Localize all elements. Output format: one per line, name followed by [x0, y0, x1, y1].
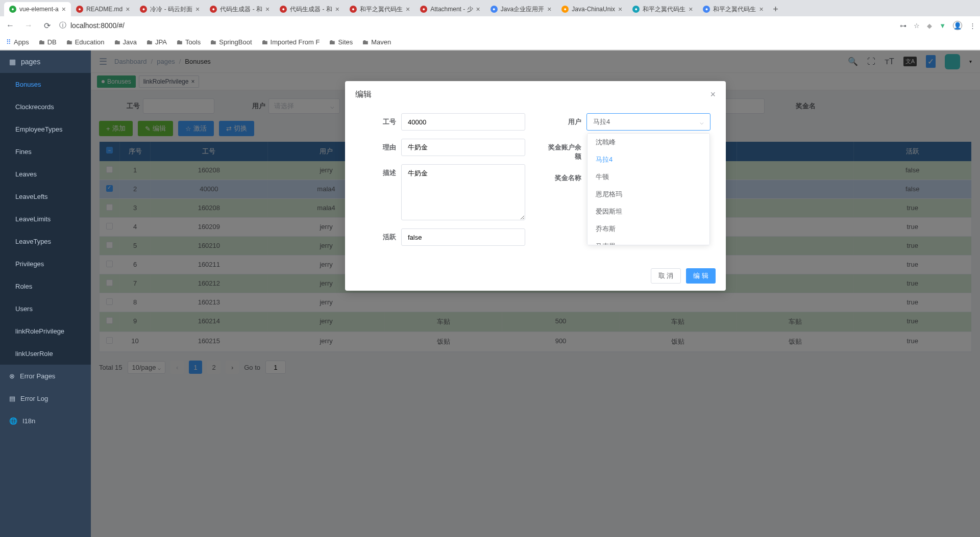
m-label-desc: 描述 [360, 164, 396, 177]
modal-overlay[interactable]: 编辑 × 工号 理由 描述 活跃 用户 马拉4 ⌵ [91, 50, 980, 537]
close-icon[interactable]: × [195, 5, 200, 13]
m-select-user[interactable]: 马拉4 ⌵ 沈戟峰马拉4牛顿恩尼格玛爱因斯坦乔布斯马克思 [586, 113, 710, 131]
browser-tab[interactable]: ●和平之翼代码生× [345, 2, 415, 16]
url-input[interactable]: ⓘ localhost:8000/#/ [59, 21, 894, 30]
bookmark-folder[interactable]: 🖿 JPA [146, 38, 167, 46]
bookmark-folder[interactable]: 🖿 SpringBoot [210, 38, 252, 46]
browser-tab[interactable]: ●vue-element-a× [4, 2, 71, 16]
close-icon[interactable]: × [759, 5, 763, 13]
dropdown-option[interactable]: 乔布斯 [587, 220, 709, 238]
sidebar-item-roles[interactable]: Roles [0, 275, 91, 297]
tab-title: 代码生成器 - 和 [290, 5, 332, 14]
browser-tab[interactable]: ●代码生成器 - 和× [275, 2, 345, 16]
close-icon[interactable]: × [62, 5, 66, 13]
browser-tab[interactable]: ●README.md× [71, 2, 135, 16]
m-input-reason[interactable] [401, 139, 525, 156]
modal-title: 编辑 [355, 89, 372, 100]
bookmark-folder[interactable]: 🖿 Education [66, 38, 105, 46]
edit-modal: 编辑 × 工号 理由 描述 活跃 用户 马拉4 ⌵ [345, 81, 726, 291]
sidebar-item-clockrecords[interactable]: Clockrecords [0, 95, 91, 118]
ext1-icon[interactable]: ◆ [927, 22, 932, 30]
new-tab-button[interactable]: + [769, 2, 783, 16]
sidebar-item-leavelimits[interactable]: LeaveLimits [0, 208, 91, 230]
close-icon[interactable]: × [710, 89, 716, 100]
sidebar-head-pages[interactable]: ▦ pages [0, 50, 91, 73]
dropdown-option[interactable]: 马拉4 [587, 151, 709, 168]
close-icon[interactable]: × [476, 5, 480, 13]
key-icon[interactable]: ⊶ [900, 22, 906, 30]
apps-button[interactable]: ⠿ Apps [6, 38, 29, 46]
sidebar-item-bonuses[interactable]: Bonuses [0, 73, 91, 95]
m-textarea-desc[interactable] [401, 164, 525, 220]
sidebar-item-employeetypes[interactable]: EmployeeTypes [0, 118, 91, 140]
m-label-bonus: 奖金名称 [546, 169, 581, 183]
sidebar-item-fines[interactable]: Fines [0, 140, 91, 163]
m-input-active[interactable] [401, 228, 525, 246]
modal-left-col: 工号 理由 描述 活跃 [360, 113, 525, 246]
modal-foot: 取 消 编 辑 [345, 261, 726, 291]
cancel-button[interactable]: 取 消 [651, 268, 681, 284]
browser-tab[interactable]: ●Attachment - 少× [415, 2, 485, 16]
favicon-icon: ● [140, 6, 147, 13]
browser-tab[interactable]: ●和平之翼代码生× [698, 2, 768, 16]
bookmark-folder[interactable]: 🖿 Tools [176, 38, 201, 46]
favicon-icon: ● [420, 6, 427, 13]
close-icon[interactable]: × [335, 5, 339, 13]
browser-tab[interactable]: ●代码生成器 - 和× [205, 2, 275, 16]
sidebar-item-leavelefts[interactable]: LeaveLefts [0, 185, 91, 208]
back-button[interactable]: ← [4, 19, 16, 32]
m-input-worknum[interactable] [401, 113, 525, 131]
info-icon: ⓘ [59, 21, 66, 30]
menu-icon[interactable]: ⋮ [969, 22, 976, 30]
sidebar-group-i18n[interactable]: 🌐I18n [0, 410, 91, 432]
sidebar-item-leavetypes[interactable]: LeaveTypes [0, 230, 91, 252]
close-icon[interactable]: × [126, 5, 130, 13]
tab-title: 代码生成器 - 和 [220, 5, 262, 14]
url-text: localhost:8000/#/ [70, 21, 125, 30]
sidebar-item-linkuserrole[interactable]: linkUserRole [0, 342, 91, 365]
favicon-icon: ● [9, 6, 16, 13]
sidebar-item-users[interactable]: Users [0, 297, 91, 320]
close-icon[interactable]: × [406, 5, 410, 13]
folder-icon: 🖿 [362, 38, 369, 46]
bookmark-folder[interactable]: 🖿 Sites [329, 38, 353, 46]
browser-tab[interactable]: ●Java-ChinaUnix× [556, 2, 627, 16]
bookmark-folder[interactable]: 🖿 Imported From F [261, 38, 320, 46]
tab-title: Java-ChinaUnix [572, 6, 615, 13]
favicon-icon: ● [632, 6, 640, 13]
bookmark-folder[interactable]: 🖿 DB [38, 38, 57, 46]
confirm-button[interactable]: 编 辑 [686, 268, 716, 284]
dropdown-option[interactable]: 恩尼格玛 [587, 186, 709, 203]
star-icon[interactable]: ☆ [914, 22, 920, 30]
bookmark-folder[interactable]: 🖿 Maven [362, 38, 391, 46]
sidebar-item-privileges[interactable]: Privileges [0, 252, 91, 275]
sidebar-groups: ⊗Error Pages▤Error Log🌐I18n [0, 365, 91, 432]
m-label-worknum: 工号 [360, 113, 396, 126]
dropdown-option[interactable]: 牛顿 [587, 168, 709, 186]
dropdown-option[interactable]: 马克思 [587, 238, 709, 245]
tab-title: vue-element-a [19, 6, 59, 13]
folder-icon: 🖿 [176, 38, 183, 46]
dropdown-option[interactable]: 沈戟峰 [587, 134, 709, 151]
profile-icon[interactable]: 👤 [953, 21, 962, 30]
bookmark-folder[interactable]: 🖿 Java [114, 38, 137, 46]
sidebar-group-error-log[interactable]: ▤Error Log [0, 387, 91, 410]
group-icon: 🌐 [9, 417, 17, 425]
browser-tab[interactable]: ●和平之翼代码生× [627, 2, 698, 16]
close-icon[interactable]: × [618, 5, 622, 13]
sidebar-item-linkroleprivilege[interactable]: linkRolePrivilege [0, 320, 91, 342]
browser-tab[interactable]: ●Java企业应用开× [485, 2, 557, 16]
dropdown-option[interactable]: 爱因斯坦 [587, 203, 709, 220]
tab-title: Java企业应用开 [501, 5, 544, 14]
sidebar-item-leaves[interactable]: Leaves [0, 163, 91, 185]
browser-tab[interactable]: ●冷冷 - 码云封面× [135, 2, 205, 16]
sidebar-head-label: pages [21, 58, 40, 66]
vue-ext-icon[interactable]: ▼ [939, 22, 946, 30]
m-label-balance: 奖金账户余额 [546, 139, 581, 161]
close-icon[interactable]: × [689, 5, 693, 13]
close-icon[interactable]: × [547, 5, 551, 13]
close-icon[interactable]: × [265, 5, 270, 13]
sidebar-group-error-pages[interactable]: ⊗Error Pages [0, 365, 91, 387]
forward-button[interactable]: → [22, 19, 35, 32]
reload-button[interactable]: ⟳ [41, 19, 53, 32]
